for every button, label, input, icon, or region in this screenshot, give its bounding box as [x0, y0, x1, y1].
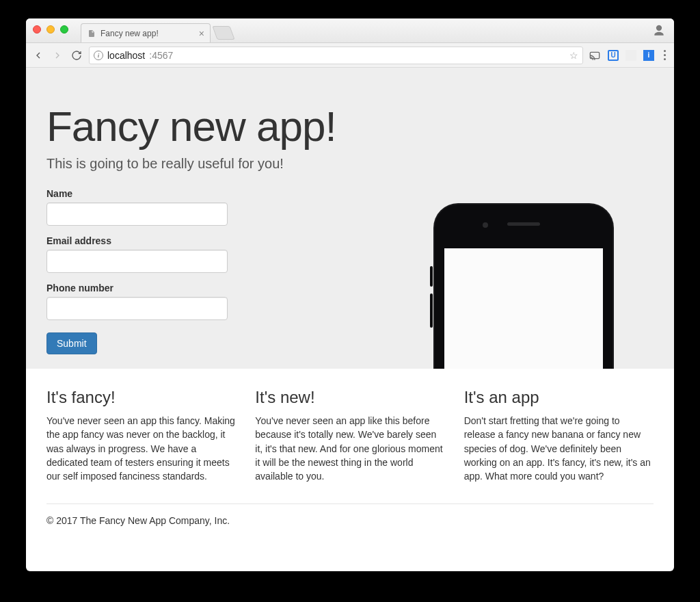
extension-icon[interactable] — [625, 50, 636, 61]
feature-body: You've never seen an app this fancy. Mak… — [46, 414, 236, 483]
browser-toolbar: i localhost:4567 ☆ U i — [26, 43, 674, 68]
name-label: Name — [46, 188, 654, 199]
page-lead: This is going to be really useful for yo… — [46, 156, 654, 172]
back-button[interactable] — [31, 49, 45, 62]
page-content: Fancy new app! This is going to be reall… — [26, 68, 674, 571]
browser-tab[interactable]: Fancy new app! × — [81, 23, 211, 42]
phone-speaker — [507, 222, 540, 226]
feature-body: You've never seen an app like this befor… — [255, 414, 444, 483]
feature-title: It's new! — [255, 388, 444, 407]
new-tab-button[interactable] — [212, 26, 234, 40]
submit-button[interactable]: Submit — [46, 332, 97, 354]
address-bar[interactable]: i localhost:4567 ☆ — [89, 47, 583, 64]
feature-col: It's fancy! You've never seen an app thi… — [46, 388, 236, 483]
browser-menu-icon[interactable] — [661, 50, 669, 60]
window-controls — [33, 25, 68, 34]
page-title: Fancy new app! — [46, 102, 654, 150]
name-input[interactable] — [46, 202, 228, 226]
reload-button[interactable] — [70, 49, 83, 62]
hero-section: Fancy new app! This is going to be reall… — [26, 68, 674, 369]
extensions: U i — [589, 49, 669, 62]
cast-icon[interactable] — [589, 49, 601, 62]
window-close-button[interactable] — [33, 25, 41, 34]
tab-strip: Fancy new app! × — [81, 18, 232, 42]
file-icon — [87, 29, 96, 38]
phone-camera — [483, 222, 488, 228]
window-zoom-button[interactable] — [60, 25, 68, 34]
phone-input[interactable] — [46, 297, 228, 320]
forward-button[interactable] — [51, 49, 64, 62]
tab-title: Fancy new app! — [100, 29, 159, 38]
footer-text: © 2017 The Fancy New App Company, Inc. — [46, 515, 230, 526]
feature-title: It's an app — [464, 388, 654, 407]
bookmark-star-icon[interactable]: ☆ — [569, 50, 578, 61]
extension-icon[interactable]: U — [608, 50, 619, 61]
browser-window: Fancy new app! × i localhost:4567 ☆ — [26, 18, 674, 571]
url-host: localhost — [107, 50, 145, 61]
site-info-icon[interactable]: i — [94, 51, 103, 60]
title-bar: Fancy new app! × — [26, 18, 674, 43]
url-port: :4567 — [149, 50, 173, 61]
profile-icon[interactable] — [652, 24, 666, 38]
window-minimize-button[interactable] — [46, 25, 55, 34]
footer: © 2017 The Fancy New App Company, Inc. — [46, 503, 654, 538]
phone-screen — [444, 248, 603, 369]
extension-icon[interactable]: i — [643, 50, 654, 61]
feature-title: It's fancy! — [46, 388, 236, 407]
phone-mockup — [435, 205, 612, 369]
features-row: It's fancy! You've never seen an app thi… — [26, 369, 674, 497]
close-tab-icon[interactable]: × — [199, 28, 204, 39]
email-input[interactable] — [46, 250, 228, 273]
feature-col: It's an app Don't start fretting that we… — [464, 388, 654, 483]
feature-col: It's new! You've never seen an app like … — [255, 388, 444, 483]
feature-body: Don't start fretting that we're going to… — [464, 414, 654, 483]
